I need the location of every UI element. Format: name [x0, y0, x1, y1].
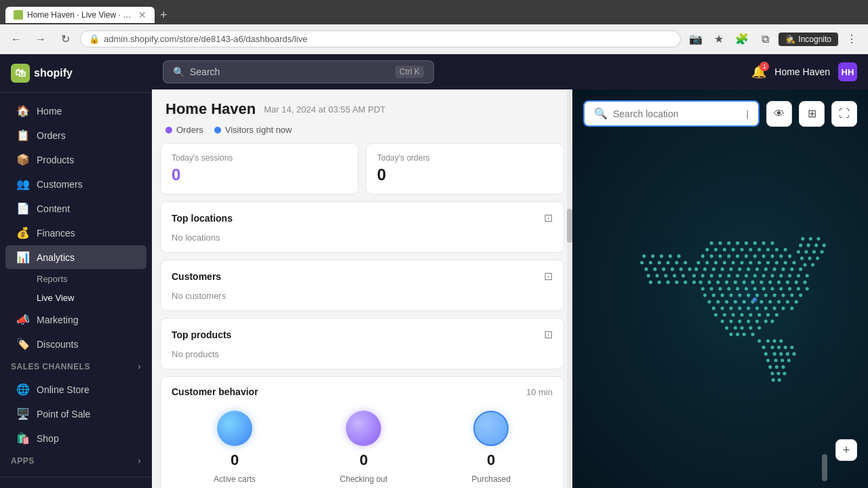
orders-legend-dot — [165, 127, 172, 134]
svg-point-52 — [773, 268, 776, 271]
sidebar-item-orders[interactable]: 📋 Orders — [5, 123, 146, 147]
svg-point-47 — [729, 268, 732, 271]
store-avatar[interactable]: HH — [838, 62, 857, 81]
sidebar-item-content[interactable]: 📄 Content — [5, 197, 146, 220]
refresh-button[interactable]: ↻ — [56, 30, 75, 49]
section-header: Customers ⊡ — [161, 260, 564, 288]
apps-expand-icon[interactable]: › — [138, 456, 142, 466]
sidebar-item-customers[interactable]: 👥 Customers — [5, 172, 146, 196]
svg-point-23 — [727, 254, 730, 258]
svg-point-184 — [814, 243, 818, 247]
active-tab[interactable]: Home Haven · Live View · Shopi... ✕ — [5, 7, 155, 23]
svg-point-41 — [784, 261, 787, 264]
map-expand-button[interactable]: ⛶ — [831, 101, 857, 127]
panel-scrollbar[interactable] — [567, 89, 572, 488]
svg-point-34 — [723, 261, 726, 264]
svg-point-172 — [775, 365, 778, 369]
svg-point-187 — [804, 250, 808, 253]
svg-point-61 — [736, 274, 739, 277]
legend-orders: Orders — [165, 125, 203, 135]
svg-point-56 — [692, 274, 696, 277]
svg-point-16 — [757, 248, 761, 251]
finances-icon: 💰 — [16, 226, 30, 239]
svg-point-185 — [823, 243, 826, 247]
tab-close-icon[interactable]: ✕ — [138, 9, 146, 20]
sidebar-item-home[interactable]: 🏠 Home — [5, 99, 146, 123]
extension-icon[interactable]: 🧩 — [732, 30, 751, 49]
more-options-icon[interactable]: ⋮ — [842, 30, 861, 49]
search-location-container[interactable]: 🔍 | — [583, 100, 760, 127]
admin-search-bar[interactable]: 🔍 Search Ctrl K — [163, 60, 434, 83]
discounts-icon: 🏷️ — [16, 338, 30, 350]
svg-point-74 — [734, 281, 737, 284]
checking-out-stat: 0 Checking out — [340, 411, 387, 484]
sidebar-item-shop[interactable]: 🛍️ Shop — [5, 426, 146, 450]
sales-channels-expand-icon[interactable]: › — [138, 362, 142, 371]
svg-point-103 — [764, 293, 768, 297]
new-tab-button[interactable]: + — [155, 7, 173, 24]
section-expand-icon[interactable]: ⊡ — [544, 270, 553, 283]
svg-point-20 — [701, 254, 705, 258]
svg-point-147 — [749, 326, 752, 329]
section-expand-icon[interactable]: ⊡ — [544, 328, 553, 341]
pos-icon: 🖥️ — [16, 407, 30, 420]
back-button[interactable]: ← — [7, 30, 26, 49]
svg-point-215 — [673, 274, 676, 277]
sidebar-item-pos[interactable]: 🖥️ Point of Sale — [5, 402, 146, 426]
sidebar-item-analytics[interactable]: 📊 Analytics — [5, 245, 146, 269]
sidebar-item-settings[interactable]: ⚙️ Settings — [5, 483, 146, 488]
cards-area: Today's sessions 0 Today's orders 0 Top … — [152, 143, 572, 488]
svg-point-221 — [684, 281, 687, 284]
grid-icon: ⊞ — [808, 107, 816, 120]
svg-point-36 — [740, 261, 743, 264]
sidebar-item-products[interactable]: 📦 Products — [5, 148, 146, 171]
search-location-input[interactable] — [613, 108, 741, 119]
svg-point-13 — [732, 248, 735, 251]
expand-icon: ⛶ — [839, 108, 850, 120]
sidebar-item-online-store[interactable]: 🌐 Online Store — [5, 378, 146, 401]
svg-point-3 — [718, 241, 722, 245]
section-expand-icon[interactable]: ⊡ — [544, 211, 553, 224]
map-eye-button[interactable]: 👁 — [766, 101, 792, 127]
svg-point-42 — [792, 261, 795, 264]
sidebar-item-discounts[interactable]: 🏷️ Discounts — [5, 332, 146, 356]
sales-channels-section-label: Sales channels › — [0, 357, 152, 377]
address-text: admin.shopify.com/store/de8143-a6/dashbo… — [104, 34, 307, 44]
address-bar[interactable]: 🔒 admin.shopify.com/store/de8143-a6/dash… — [80, 30, 681, 47]
zoom-in-button[interactable]: + — [835, 439, 857, 461]
orders-icon: 📋 — [16, 129, 30, 142]
svg-point-162 — [764, 352, 768, 356]
svg-point-29 — [779, 254, 783, 258]
sidebar-item-finances[interactable]: 💰 Finances — [5, 221, 146, 245]
svg-point-154 — [766, 339, 770, 342]
svg-point-91 — [770, 287, 774, 290]
sidebar-sub-item-live-view[interactable]: Live View — [5, 289, 146, 307]
map-panel: 🔍 | 👁 ⊞ ⛶ — [572, 89, 868, 488]
analytics-icon: 📊 — [16, 251, 30, 264]
split-view-icon[interactable]: ⧉ — [755, 30, 774, 49]
forward-button[interactable]: → — [31, 30, 50, 49]
svg-point-165 — [786, 352, 789, 356]
svg-point-194 — [811, 263, 814, 266]
svg-point-81 — [795, 281, 798, 284]
svg-point-71 — [707, 281, 711, 284]
svg-point-77 — [760, 281, 763, 284]
incognito-button[interactable]: 🕵️ Incognito — [778, 33, 838, 46]
sidebar-item-marketing[interactable]: 📣 Marketing — [5, 308, 146, 331]
browser-chrome: Home Haven · Live View · Shopi... ✕ + ← … — [0, 0, 868, 54]
sidebar-sub-item-reports[interactable]: Reports — [5, 270, 146, 288]
svg-point-195 — [642, 254, 646, 258]
svg-point-140 — [747, 320, 750, 323]
camera-off-icon[interactable]: 📷 — [686, 30, 705, 49]
svg-point-202 — [658, 261, 661, 264]
svg-point-95 — [806, 287, 809, 290]
map-grid-button[interactable]: ⊞ — [799, 101, 825, 127]
sidebar-item-label: Online Store — [37, 384, 90, 395]
sidebar-item-label: Products — [37, 155, 74, 165]
svg-point-49 — [747, 268, 750, 271]
bookmark-icon[interactable]: ★ — [709, 30, 728, 49]
svg-point-142 — [764, 320, 768, 323]
svg-point-152 — [751, 333, 755, 336]
checking-out-label: Checking out — [340, 474, 387, 484]
svg-point-200 — [640, 261, 644, 264]
